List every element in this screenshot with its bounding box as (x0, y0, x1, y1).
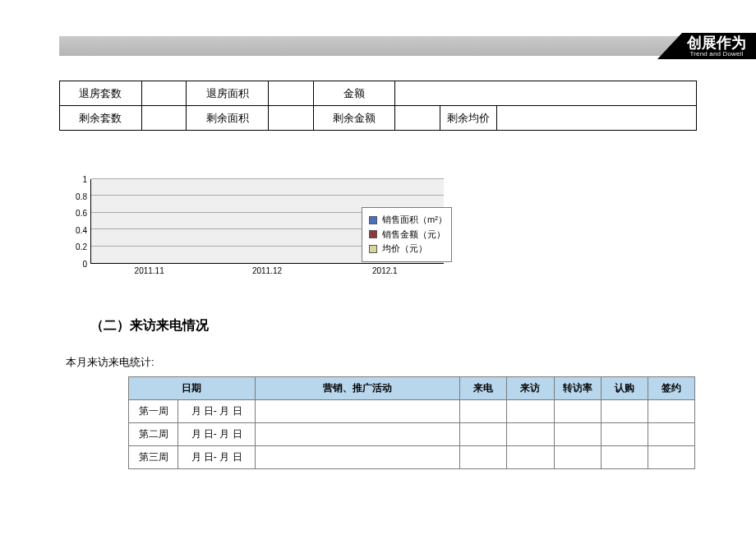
table-row: 剩余套数 剩余面积 剩余金额 剩余均价 (60, 106, 697, 131)
cell: 第三周 (129, 446, 178, 469)
col-header-activity: 营销、推广活动 (255, 377, 459, 400)
table-row: 第一周月 日- 月 日 (129, 400, 695, 423)
col-header-intent: 认购 (601, 377, 648, 400)
chart-legend: 销售面积（m²）销售金额（元）均价（元） (362, 207, 452, 262)
table-row: 第二周月 日- 月 日 (129, 423, 695, 446)
summary-table: 退房套数 退房面积 金额 剩余套数 剩余面积 剩余金额 剩余均价 (59, 81, 697, 131)
cell (507, 423, 554, 446)
col-header-sign: 签约 (648, 377, 694, 400)
table-row: 第三周月 日- 月 日 (129, 446, 695, 469)
cell-label: 退房面积 (187, 81, 269, 106)
legend-item: 销售面积（m²） (369, 213, 445, 228)
cell (255, 423, 459, 446)
cell-label: 剩余金额 (313, 106, 395, 131)
cell (601, 423, 648, 446)
cell: 月 日- 月 日 (178, 400, 256, 423)
cell-label: 金额 (313, 81, 395, 106)
section-subtitle: 本月来访来电统计: (66, 355, 154, 370)
cell (554, 423, 601, 446)
header-bar: 创展作为 Trend and Dowell (59, 36, 756, 56)
table-header-row: 日期 营销、推广活动 来电 来访 转访率 认购 签约 (129, 377, 695, 400)
cell: 月 日- 月 日 (178, 446, 256, 469)
cell (648, 446, 694, 469)
col-header-date: 日期 (129, 377, 256, 400)
cell-value (497, 106, 697, 131)
cell-label: 退房套数 (60, 81, 142, 106)
cell: 月 日- 月 日 (178, 423, 256, 446)
cell (460, 423, 507, 446)
chart-y-axis: 00.20.40.60.81 (66, 179, 90, 264)
col-header-visit: 来访 (507, 377, 554, 400)
cell-value (395, 106, 440, 131)
brand-name-cn: 创展作为 (687, 35, 746, 50)
section-heading: （二）来访来电情况 (90, 317, 209, 334)
cell (507, 446, 554, 469)
cell-value (141, 106, 187, 131)
cell (507, 400, 554, 423)
cell-value (395, 81, 697, 106)
legend-item: 销售金额（元） (369, 228, 445, 242)
cell-value (268, 81, 313, 106)
stats-table: 日期 营销、推广活动 来电 来访 转访率 认购 签约 第一周月 日- 月 日第二… (128, 376, 695, 469)
cell (460, 400, 507, 423)
cell-label: 剩余均价 (440, 106, 497, 131)
cell: 第二周 (129, 423, 178, 446)
cell (648, 423, 694, 446)
table-row: 退房套数 退房面积 金额 (60, 81, 697, 106)
cell (601, 400, 648, 423)
cell: 第一周 (129, 400, 178, 423)
col-header-rate: 转访率 (554, 377, 601, 400)
cell (255, 446, 459, 469)
chart-x-axis: 2011.112011.122012.1 (90, 266, 444, 275)
cell (601, 446, 648, 469)
cell (255, 400, 459, 423)
cell (554, 446, 601, 469)
cell (460, 446, 507, 469)
col-header-call: 来电 (460, 377, 507, 400)
cell-value (268, 106, 313, 131)
legend-item: 均价（元） (369, 242, 445, 256)
cell-value (141, 81, 187, 106)
cell (648, 400, 694, 423)
brand-name-en: Trend and Dowell (690, 51, 744, 58)
cell-label: 剩余套数 (60, 106, 142, 131)
cell (554, 400, 601, 423)
cell-label: 剩余面积 (187, 106, 269, 131)
brand-badge: 创展作为 Trend and Dowell (657, 33, 756, 59)
